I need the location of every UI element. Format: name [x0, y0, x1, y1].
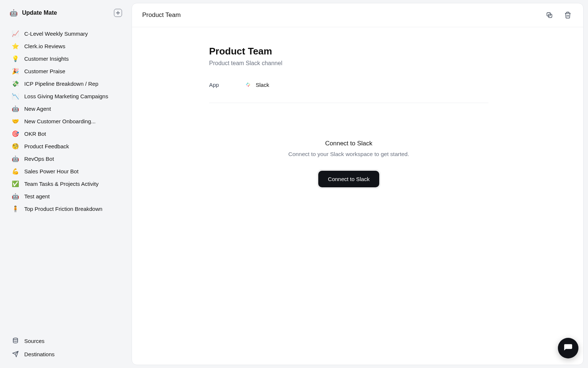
detail-subtitle: Product team Slack channel	[209, 60, 488, 67]
agent-list: 📈C-Level Weekly Summary⭐Clerk.io Reviews…	[10, 27, 125, 327]
sidebar-item[interactable]: 📉Loss Giving Marketing Campaigns	[10, 90, 125, 102]
sources-link[interactable]: Sources	[10, 334, 125, 347]
sidebar-item[interactable]: 🤖Test agent	[10, 190, 125, 202]
meta-label: App	[209, 82, 219, 88]
sidebar-item-icon: 🤖	[12, 105, 19, 112]
sidebar-item-icon: 💡	[12, 55, 19, 62]
sidebar-item-label: New Customer Onboarding...	[24, 118, 96, 124]
sidebar-item[interactable]: 🧍Top Product Friction Breakdown	[10, 202, 125, 215]
card-body: Product Team Product team Slack channel …	[132, 27, 583, 206]
sidebar-item-label: Top Product Friction Breakdown	[24, 206, 103, 212]
card-header: Product Team	[132, 3, 583, 27]
send-icon	[12, 350, 19, 358]
svg-point-0	[13, 338, 18, 340]
connect-block: Connect to Slack Connect to your Slack w…	[209, 140, 488, 187]
sidebar-item-icon: 🧐	[12, 142, 19, 150]
brand-title: Update Mate	[22, 10, 57, 16]
database-icon	[12, 337, 19, 344]
sidebar-item-label: RevOps Bot	[24, 156, 54, 162]
sidebar-item-icon: 💪	[12, 167, 19, 175]
destinations-link[interactable]: Destinations	[10, 347, 125, 361]
sidebar-item-label: Product Feedback	[24, 143, 69, 149]
sidebar-item[interactable]: ⭐Clerk.io Reviews	[10, 40, 125, 52]
sidebar-item[interactable]: ✅Team Tasks & Projects Activity	[10, 177, 125, 190]
sidebar-item-icon: 🎯	[12, 130, 19, 137]
brand[interactable]: 🤖 Update Mate	[10, 9, 57, 17]
sidebar-item-label: New Agent	[24, 106, 51, 112]
page-title: Product Team	[142, 11, 181, 19]
sidebar-item-icon: 💸	[12, 80, 19, 87]
trash-icon	[564, 11, 571, 19]
sidebar-item-label: Test agent	[24, 193, 50, 199]
sidebar-item[interactable]: 🎯OKR Bot	[10, 127, 125, 140]
robot-icon: 🤖	[10, 9, 18, 17]
sidebar: 🤖 Update Mate 📈C-Level Weekly Summary⭐Cl…	[0, 0, 132, 368]
sidebar-item-label: Sales Power Hour Bot	[24, 168, 79, 174]
svg-point-7	[247, 83, 247, 84]
connect-subtitle: Connect to your Slack workspace to get s…	[209, 151, 488, 158]
sidebar-item[interactable]: 💸ICP Pipeline Breakdown / Rep	[10, 77, 125, 90]
svg-rect-4	[247, 82, 248, 84]
svg-point-9	[249, 85, 250, 86]
sidebar-item-icon: 📈	[12, 30, 19, 37]
destinations-label: Destinations	[24, 351, 55, 357]
delete-button[interactable]	[563, 10, 573, 20]
chat-button[interactable]	[558, 338, 578, 358]
sidebar-item[interactable]: 💪Sales Power Hour Bot	[10, 165, 125, 177]
sidebar-item[interactable]: 🤖RevOps Bot	[10, 152, 125, 165]
detail-block: Product Team Product team Slack channel …	[209, 46, 488, 187]
sidebar-item-icon: 🤝	[12, 117, 19, 125]
copy-icon	[546, 11, 553, 19]
meta-value: Slack	[245, 81, 269, 88]
duplicate-button[interactable]	[544, 10, 555, 20]
sidebar-item-icon: ✅	[12, 180, 19, 187]
sidebar-item-label: ICP Pipeline Breakdown / Rep	[24, 81, 98, 87]
sidebar-item-label: Customer Praise	[24, 68, 65, 74]
sidebar-item-label: OKR Bot	[24, 131, 46, 137]
meta-value-text: Slack	[256, 82, 269, 88]
sidebar-item-icon: ⭐	[12, 42, 19, 50]
svg-point-10	[247, 85, 247, 86]
chat-icon	[563, 343, 573, 353]
connect-to-slack-button[interactable]: Connect to Slack	[318, 171, 379, 187]
sidebar-item[interactable]: 🧐Product Feedback	[10, 140, 125, 152]
sidebar-item[interactable]: 💡Customer Insights	[10, 52, 125, 65]
sources-label: Sources	[24, 338, 44, 344]
sidebar-footer: Sources Destinations	[10, 327, 125, 361]
main-card: Product Team Product Team Product team S…	[132, 3, 584, 365]
detail-title: Product Team	[209, 46, 488, 57]
sidebar-item-icon: 🤖	[12, 192, 19, 200]
sidebar-item-label: Clerk.io Reviews	[24, 43, 65, 49]
sidebar-item[interactable]: 🎉Customer Praise	[10, 65, 125, 77]
add-button[interactable]	[114, 9, 122, 17]
meta-row: App	[209, 81, 488, 103]
sidebar-item-label: Loss Giving Marketing Campaigns	[24, 93, 108, 99]
header-actions	[544, 10, 573, 20]
sidebar-item-icon: 🧍	[12, 205, 19, 212]
sidebar-item-icon: 📉	[12, 92, 19, 100]
svg-rect-6	[248, 85, 249, 87]
slack-icon	[245, 81, 251, 88]
sidebar-item[interactable]: 🤖New Agent	[10, 102, 125, 115]
sidebar-item-icon: 🤖	[12, 155, 19, 162]
sidebar-item-label: Team Tasks & Projects Activity	[24, 181, 98, 187]
sidebar-item-icon: 🎉	[12, 67, 19, 75]
sidebar-item[interactable]: 📈C-Level Weekly Summary	[10, 27, 125, 40]
plus-icon	[116, 11, 120, 15]
sidebar-header: 🤖 Update Mate	[10, 9, 125, 17]
sidebar-item-label: C-Level Weekly Summary	[24, 31, 88, 37]
connect-title: Connect to Slack	[209, 140, 488, 147]
sidebar-item[interactable]: 🤝New Customer Onboarding...	[10, 115, 125, 127]
svg-rect-3	[246, 84, 247, 85]
svg-point-8	[249, 83, 250, 84]
main-area: Product Team Product Team Product team S…	[132, 0, 588, 368]
svg-rect-5	[249, 85, 250, 85]
sidebar-item-label: Customer Insights	[24, 56, 69, 62]
